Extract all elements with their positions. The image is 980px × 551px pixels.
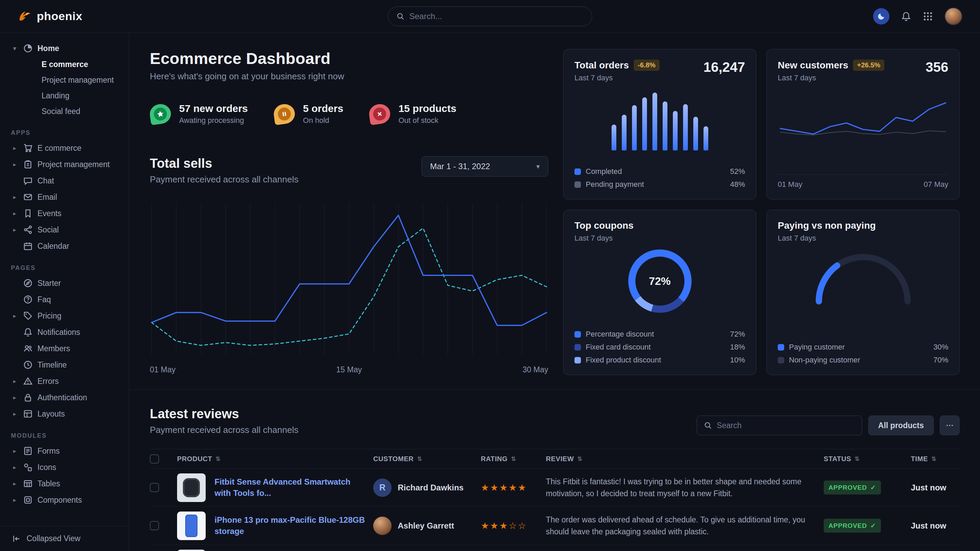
sidebar-item-events[interactable]: ▸Events (8, 205, 121, 222)
sidebar-item-label: Calendar (37, 241, 69, 251)
chevron-right-icon: ▸ (11, 497, 18, 504)
sidebar-item-icons[interactable]: ▸Icons (8, 459, 121, 475)
card-title: New customers (778, 60, 848, 71)
sidebar-item-components[interactable]: ▸Components (8, 492, 121, 508)
review-time: Just now (911, 521, 959, 530)
total-sells-chart-wrap: 01 May 15 May 30 May (150, 199, 548, 374)
sidebar-item-email[interactable]: ▸Email (8, 189, 121, 205)
sidebar-item-calendar[interactable]: Calendar (8, 238, 121, 254)
user-avatar[interactable] (945, 8, 962, 25)
chevron-down-icon: ▾ (11, 45, 18, 52)
apps-grid-button[interactable] (923, 11, 933, 21)
sidebar-item-timeline[interactable]: Timeline (8, 357, 121, 373)
sidebar-item-notifications[interactable]: Notifications (8, 324, 121, 340)
chevron-right-icon: ▸ (11, 378, 18, 385)
total-orders-value: 16,247 (703, 60, 745, 75)
sidebar-item-authentication[interactable]: ▸Authentication (8, 389, 121, 406)
pie-icon (23, 44, 33, 53)
legend-item-paying-customer: Paying customer30% (778, 343, 948, 352)
legend-swatch (778, 357, 784, 364)
column-header-review[interactable]: REVIEW⇅ (546, 455, 818, 463)
sidebar-item-e-commerce[interactable]: ▸E commerce (8, 140, 121, 156)
all-products-button[interactable]: All products (868, 416, 934, 435)
app-root: phoenix (0, 0, 980, 551)
notifications-button[interactable] (901, 11, 911, 21)
date-range-select[interactable]: Mar 1 - 31, 2022 ▾ (422, 156, 548, 177)
sidebar-item-label: Events (37, 209, 61, 218)
legend-item-non-paying-customer: Non-paying customer70% (778, 356, 948, 365)
x-tick: 30 May (523, 365, 548, 374)
review-text: This Fitbit is fantastic! I was trying t… (546, 476, 818, 499)
sidebar-item-members[interactable]: Members (8, 340, 121, 357)
sidebar-item-pricing[interactable]: ▸Pricing (8, 308, 121, 324)
sidebar-item-layouts[interactable]: ▸Layouts (8, 406, 121, 422)
customer-avatar: R (373, 478, 391, 497)
sidebar-item-social[interactable]: ▸Social (8, 222, 121, 238)
column-header-customer[interactable]: CUSTOMER⇅ (373, 455, 476, 463)
column-label: PRODUCT (177, 455, 212, 463)
total-sells-subtitle: Payment received across all channels (150, 174, 298, 185)
sidebar-item-social-feed[interactable]: Social feed (8, 103, 121, 119)
order-bar (683, 104, 688, 151)
collapsed-view-toggle[interactable]: Collapsed View (0, 526, 129, 551)
sidebar-item-errors[interactable]: ▸Errors (8, 373, 121, 389)
paying-legend: Paying customer30%Non-paying customer70% (778, 343, 948, 365)
chevron-right-icon: ▸ (11, 313, 18, 319)
row-checkbox[interactable] (150, 483, 159, 492)
sidebar-item-chat[interactable]: Chat (8, 173, 121, 189)
column-header-time[interactable]: TIME⇅ (911, 455, 959, 463)
calendar-icon (23, 241, 33, 251)
global-search-input[interactable] (409, 11, 584, 21)
legend-label: Fixed product discount (586, 356, 661, 365)
stat-on-hold: 5 ordersOn hold (274, 103, 343, 125)
column-header-status[interactable]: STATUS⇅ (824, 455, 905, 463)
x-axis-labels: 01 May 15 May 30 May (150, 365, 548, 374)
sidebar-item-starter[interactable]: Starter (8, 275, 121, 291)
reviews-table-header: PRODUCT⇅CUSTOMER⇅RATING⇅REVIEW⇅STATUS⇅TI… (150, 449, 959, 468)
order-bar (622, 115, 627, 151)
box-icon (23, 495, 33, 505)
sidebar-item-home[interactable]: ▾Home (8, 40, 121, 57)
sidebar-item-label: Authentication (37, 393, 87, 402)
stat-title: 57 new orders (179, 103, 248, 114)
sidebar-item-label: Chat (37, 176, 54, 186)
legend-value: 18% (730, 343, 745, 352)
product-link[interactable]: iPhone 13 pro max-Pacific Blue-128GB sto… (215, 514, 368, 537)
sidebar-item-landing[interactable]: Landing (8, 88, 121, 103)
stat-title: 5 orders (303, 103, 343, 114)
card-period: Last 7 days (778, 73, 884, 83)
more-options-button[interactable] (940, 416, 959, 435)
status-badge: APPROVED✓ (824, 481, 881, 494)
sidebar-item-label: E commerce (41, 60, 88, 69)
legend-item-fixed-product-discount: Fixed product discount10% (574, 356, 745, 365)
star-icon (156, 110, 165, 118)
sidebar-item-faq[interactable]: Faq (8, 291, 121, 308)
x-icon (375, 110, 384, 118)
sidebar-item-project-management[interactable]: Project management (8, 72, 121, 88)
theme-toggle-button[interactable] (873, 8, 889, 24)
order-bar (673, 111, 678, 151)
collapse-icon (11, 534, 21, 543)
sidebar-item-project-management[interactable]: ▸Project management (8, 156, 121, 173)
shapes-icon (23, 462, 33, 472)
brand-logo[interactable]: phoenix (18, 9, 83, 24)
card-period: Last 7 days (574, 73, 660, 83)
sidebar-item-e-commerce[interactable]: E commerce (8, 57, 121, 72)
order-bar (663, 102, 667, 151)
stat-awating-processing: 57 new ordersAwating processing (150, 103, 248, 125)
product-image (177, 549, 206, 551)
order-bar (612, 125, 616, 151)
column-header-product[interactable]: PRODUCT⇅ (177, 455, 368, 463)
sidebar-item-forms[interactable]: ▸Forms (8, 443, 121, 459)
legend-swatch (574, 168, 581, 175)
sidebar-item-tables[interactable]: ▸Tables (8, 475, 121, 492)
select-all-checkbox[interactable] (150, 454, 159, 464)
column-header-rating[interactable]: RATING⇅ (481, 455, 540, 463)
column-label: REVIEW (546, 455, 574, 463)
product-link[interactable]: Fitbit Sense Advanced Smartwatch with To… (215, 476, 368, 499)
reviews-search-input[interactable] (717, 421, 855, 430)
check-icon: ✓ (870, 522, 876, 530)
sidebar-item-label: Notifications (37, 328, 80, 337)
row-checkbox[interactable] (150, 521, 159, 530)
x-tick: 01 May (150, 365, 175, 374)
